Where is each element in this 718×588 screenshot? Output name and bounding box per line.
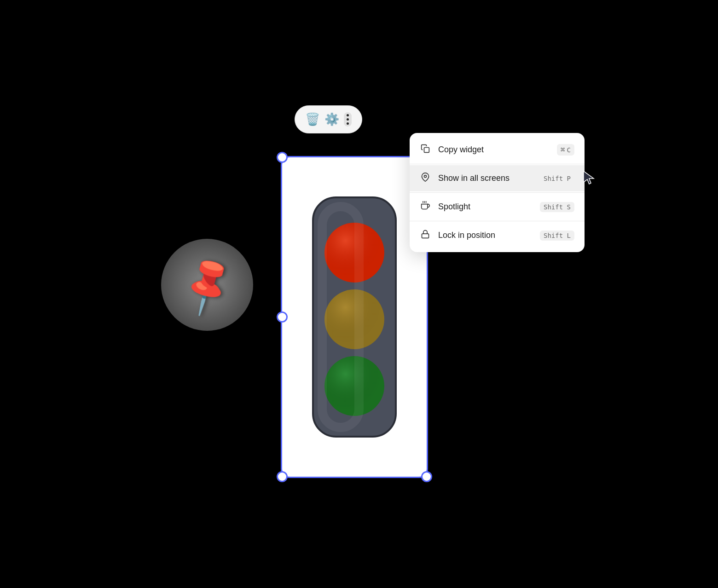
show-all-screens-shortcut: Shift P	[540, 173, 574, 184]
divider-1	[410, 164, 585, 164]
divider-2	[410, 192, 585, 193]
menu-item-show-all-screens[interactable]: Show in all screens Shift P	[410, 165, 585, 191]
handle-top-left[interactable]	[277, 152, 288, 163]
spotlight-icon	[420, 201, 431, 213]
lock-icon	[420, 230, 431, 241]
toolbar: 🗑️ ⚙️	[295, 105, 362, 133]
pin-screens-icon	[420, 173, 431, 184]
dot1	[347, 114, 349, 116]
scene: 📌 🗑️ ⚙️	[152, 64, 566, 524]
settings-button[interactable]: ⚙️	[324, 112, 339, 127]
copy-widget-label: Copy widget	[438, 145, 550, 155]
lock-position-label: Lock in position	[438, 231, 533, 240]
menu-item-spotlight[interactable]: Spotlight Shift S	[410, 194, 585, 220]
svg-rect-8	[424, 148, 429, 153]
handle-left[interactable]	[277, 311, 288, 323]
handle-bottom-left[interactable]	[277, 471, 288, 482]
show-all-screens-label: Show in all screens	[438, 173, 533, 183]
dot2	[347, 118, 349, 121]
pin-sticker: 📌	[161, 239, 253, 331]
menu-item-lock-position[interactable]: Lock in position Shift L	[410, 222, 585, 248]
spotlight-shortcut: Shift S	[540, 202, 574, 212]
copy-widget-shortcut: ⌘ C	[557, 144, 574, 156]
delete-button[interactable]: 🗑️	[305, 112, 320, 127]
menu-item-copy-widget[interactable]: Copy widget ⌘ C	[410, 137, 585, 163]
widget-container	[281, 156, 428, 478]
context-menu: Copy widget ⌘ C Show in all screens Shif…	[410, 133, 585, 252]
dot3	[347, 122, 349, 125]
cursor-indicator	[582, 169, 598, 188]
svg-point-9	[424, 175, 427, 178]
divider-3	[410, 221, 585, 221]
svg-marker-10	[584, 171, 594, 184]
lock-position-shortcut: Shift L	[540, 231, 574, 241]
pin-icon: 📌	[173, 251, 241, 319]
copy-icon	[420, 144, 431, 156]
more-options-button[interactable]	[344, 112, 352, 127]
spotlight-label: Spotlight	[438, 202, 533, 212]
svg-rect-14	[422, 234, 429, 238]
handle-bottom-right[interactable]	[421, 471, 432, 482]
traffic-light-widget	[299, 184, 410, 450]
